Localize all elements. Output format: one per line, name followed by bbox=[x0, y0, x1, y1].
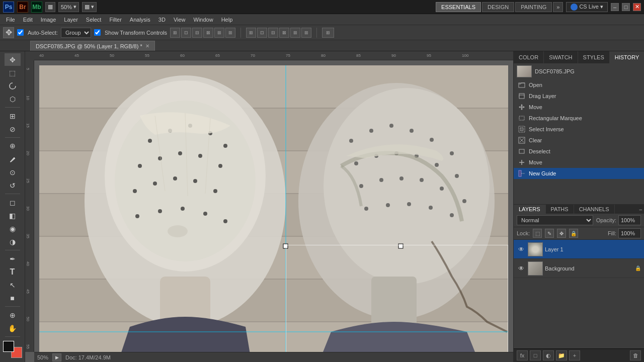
history-item-deselect[interactable]: Deselect bbox=[514, 146, 644, 157]
history-item-move-1[interactable]: Move bbox=[514, 102, 644, 113]
menu-select[interactable]: Select bbox=[82, 16, 106, 24]
history-item-drag-layer[interactable]: Drag Layer bbox=[514, 90, 644, 102]
align-center-h[interactable]: ⊡ bbox=[181, 28, 191, 38]
dist-bottom[interactable]: ⊞ bbox=[301, 28, 311, 38]
layer-row-background[interactable]: 👁 Background 🔒 bbox=[514, 259, 644, 278]
clone-tool[interactable]: ⊙ bbox=[5, 166, 21, 178]
eraser-tool[interactable]: ◻ bbox=[5, 196, 21, 209]
dodge-tool[interactable]: ◑ bbox=[5, 235, 21, 248]
layer-adjustment-btn[interactable]: ◐ bbox=[543, 350, 554, 360]
menu-3d[interactable]: 3D bbox=[154, 16, 170, 24]
ws-btn-more[interactable]: » bbox=[553, 2, 563, 12]
history-item-open[interactable]: Open bbox=[514, 79, 644, 90]
history-item-select-inverse[interactable]: Select Inverse bbox=[514, 124, 644, 135]
move-tool[interactable]: ✥ bbox=[5, 53, 21, 66]
quick-select-tool[interactable]: ⬡ bbox=[5, 93, 21, 105]
layer-visibility-1[interactable]: 👁 bbox=[517, 245, 526, 254]
arrange-icon[interactable]: ⊞ bbox=[322, 28, 334, 38]
history-brush-tool[interactable]: ↺ bbox=[5, 179, 21, 192]
auto-select-dropdown[interactable]: Group Layer bbox=[61, 28, 91, 38]
hand-tool[interactable]: ✋ bbox=[5, 322, 21, 334]
menu-layer[interactable]: Layer bbox=[60, 16, 82, 24]
history-item-rect-marquee[interactable]: Rectangular Marquee bbox=[514, 113, 644, 124]
mb-logo[interactable]: Mb bbox=[31, 2, 42, 13]
lock-all-btn[interactable]: 🔒 bbox=[569, 229, 578, 238]
status-icon[interactable]: ▶ bbox=[52, 353, 61, 361]
layer-mask-btn[interactable]: □ bbox=[530, 350, 541, 360]
align-top[interactable]: ⊠ bbox=[203, 28, 213, 38]
br-logo[interactable]: Br bbox=[17, 2, 28, 13]
history-snapshot[interactable]: DSCF0785.JPG bbox=[514, 63, 644, 79]
canvas-image[interactable]: M bbox=[39, 65, 508, 352]
tab-styles[interactable]: STYLES bbox=[578, 51, 610, 63]
window-close[interactable]: ✕ bbox=[633, 3, 641, 11]
auto-select-checkbox[interactable] bbox=[17, 29, 24, 36]
layer-styles-btn[interactable]: fx bbox=[517, 350, 528, 360]
lock-position-btn[interactable]: ✥ bbox=[557, 229, 566, 238]
tab-paths[interactable]: PATHS bbox=[546, 205, 574, 214]
tab-layers[interactable]: LAYERS bbox=[514, 205, 546, 214]
arrangement-control[interactable]: ▦ bbox=[45, 2, 55, 12]
menu-help[interactable]: Help bbox=[217, 16, 237, 24]
tab-swatch[interactable]: SWATCH bbox=[544, 51, 578, 63]
history-item-new-guide[interactable]: New Guide bbox=[514, 168, 644, 179]
doc-tab[interactable]: DSCF0785.JPG @ 50% (Layer 1, RGB/8) * ✕ bbox=[30, 41, 155, 51]
menu-analysis[interactable]: Analysis bbox=[126, 16, 154, 24]
healing-tool[interactable]: ⊕ bbox=[5, 140, 21, 152]
align-center-v[interactable]: ⊞ bbox=[214, 28, 224, 38]
blur-tool[interactable]: ◉ bbox=[5, 222, 21, 235]
doc-tab-close[interactable]: ✕ bbox=[145, 43, 149, 49]
layers-collapse-btn[interactable]: – bbox=[639, 207, 642, 212]
pen-tool[interactable]: ✒ bbox=[5, 252, 21, 265]
opacity-input[interactable] bbox=[618, 215, 641, 225]
move-tool-icon[interactable]: ✥ bbox=[3, 27, 14, 38]
history-item-clear[interactable]: Clear bbox=[514, 135, 644, 146]
marquee-tool[interactable]: ⬚ bbox=[5, 66, 21, 79]
canvas-content[interactable]: M bbox=[34, 60, 513, 352]
layer-row-1[interactable]: 👁 Layer 1 bbox=[514, 240, 644, 259]
menu-edit[interactable]: Edit bbox=[19, 16, 37, 24]
menu-filter[interactable]: Filter bbox=[105, 16, 125, 24]
canvas-area[interactable]: 40 45 50 55 60 65 70 75 80 85 90 95 100 … bbox=[25, 51, 513, 362]
history-item-move-2[interactable]: Move bbox=[514, 157, 644, 168]
layer-group-btn[interactable]: 📁 bbox=[556, 350, 567, 360]
eyedropper-tool[interactable]: ⊘ bbox=[5, 123, 21, 135]
layer-delete-btn[interactable]: 🗑 bbox=[630, 350, 641, 360]
cs-live-button[interactable]: CS Live ▾ bbox=[566, 2, 608, 12]
menu-window[interactable]: Window bbox=[190, 16, 217, 24]
tab-history[interactable]: HISTORY bbox=[610, 51, 644, 63]
foreground-color-swatch[interactable] bbox=[3, 341, 14, 352]
lock-pixels-btn[interactable]: ⬚ bbox=[533, 229, 542, 238]
dist-right[interactable]: ⊟ bbox=[268, 28, 278, 38]
show-transform-checkbox[interactable] bbox=[94, 29, 101, 36]
shape-tool[interactable]: ■ bbox=[5, 292, 21, 304]
tab-color[interactable]: COLOR bbox=[514, 51, 544, 63]
fill-input[interactable] bbox=[618, 228, 641, 238]
lock-image-btn[interactable]: ✎ bbox=[545, 229, 554, 238]
ws-btn-painting[interactable]: PAINTING bbox=[515, 2, 552, 12]
dist-top[interactable]: ⊠ bbox=[279, 28, 289, 38]
window-minimize[interactable]: – bbox=[611, 3, 619, 11]
menu-file[interactable]: File bbox=[2, 16, 19, 24]
align-left[interactable]: ⊞ bbox=[170, 28, 180, 38]
dist-center-h[interactable]: ⊡ bbox=[257, 28, 267, 38]
crop-tool[interactable]: ⊞ bbox=[5, 110, 21, 122]
ws-btn-essentials[interactable]: ESSENTIALS bbox=[436, 2, 481, 12]
layer-new-btn[interactable]: + bbox=[569, 350, 580, 360]
zoom-control[interactable]: 50% ▾ bbox=[58, 2, 79, 12]
blend-mode-dropdown[interactable]: Normal Dissolve Multiply Screen Overlay bbox=[517, 215, 593, 225]
lasso-tool[interactable] bbox=[5, 79, 21, 92]
dist-left[interactable]: ⊞ bbox=[246, 28, 256, 38]
color-selector[interactable] bbox=[3, 341, 22, 358]
window-maximize[interactable]: □ bbox=[622, 3, 630, 11]
menu-view[interactable]: View bbox=[170, 16, 190, 24]
gradient-tool[interactable]: ◧ bbox=[5, 209, 21, 222]
screen-mode-control[interactable]: ▦ ▾ bbox=[82, 2, 97, 12]
layer-visibility-bg[interactable]: 👁 bbox=[517, 264, 526, 273]
text-tool[interactable]: T bbox=[5, 265, 21, 278]
dist-center-v[interactable]: ⊞ bbox=[290, 28, 300, 38]
zoom-tool[interactable]: ⊕ bbox=[5, 309, 21, 321]
path-select-tool[interactable]: ↖ bbox=[5, 279, 21, 291]
menu-image[interactable]: Image bbox=[37, 16, 60, 24]
align-right[interactable]: ⊟ bbox=[192, 28, 202, 38]
